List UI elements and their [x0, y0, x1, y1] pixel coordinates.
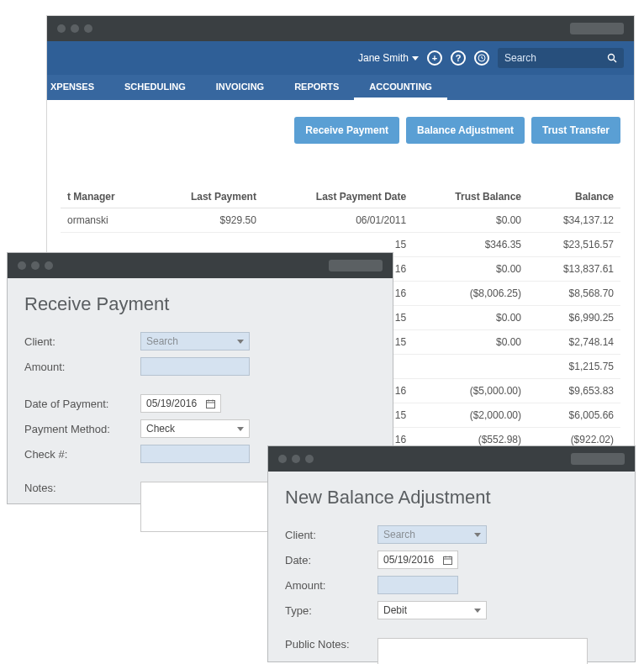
- nav-expenses[interactable]: XPENSES: [47, 75, 109, 100]
- action-buttons: Receive Payment Balance Adjustment Trust…: [61, 117, 620, 144]
- window-titlebar: [47, 16, 634, 41]
- client-placeholder: Search: [383, 529, 415, 540]
- date-value: 05/19/2016: [383, 554, 434, 566]
- public-notes-label: Public Notes:: [285, 638, 369, 651]
- col-balance: Balance: [528, 186, 620, 208]
- window-dot: [71, 24, 79, 33]
- table-row[interactable]: ormanski$929.5006/01/2011$0.00$34,137.12: [61, 208, 620, 233]
- check-number-input[interactable]: [140, 445, 250, 463]
- method-label: Payment Method:: [24, 423, 132, 435]
- window-dot: [57, 24, 66, 33]
- amount-input[interactable]: [140, 357, 250, 376]
- table-cell: $9,653.83: [528, 379, 620, 403]
- table-cell: $0.00: [413, 330, 528, 355]
- clock-icon[interactable]: [474, 50, 489, 66]
- window-dot: [305, 455, 314, 463]
- type-value: Debit: [383, 604, 407, 616]
- method-value: Check: [146, 423, 175, 435]
- help-icon[interactable]: ?: [451, 50, 466, 66]
- date-of-payment-input[interactable]: 05/19/2016: [140, 394, 221, 413]
- svg-point-1: [609, 55, 615, 61]
- window-pill: [571, 453, 625, 465]
- type-label: Type:: [285, 604, 369, 617]
- window-dot: [45, 261, 53, 270]
- nav-scheduling[interactable]: SCHEDULING: [109, 75, 201, 100]
- table-cell: $34,137.12: [528, 208, 620, 233]
- col-manager: t Manager: [61, 186, 149, 208]
- table-header-row: t Manager Last Payment Last Payment Date…: [61, 186, 620, 208]
- balance-dialog-title: New Balance Adjustment: [268, 472, 635, 522]
- nav-reports[interactable]: REPORTS: [279, 75, 354, 100]
- table-cell: 06/01/2011: [263, 208, 413, 233]
- window-dot: [18, 261, 26, 270]
- trust-transfer-button[interactable]: Trust Transfer: [531, 117, 620, 144]
- window-dot: [84, 24, 92, 33]
- public-notes-textarea[interactable]: [377, 638, 588, 664]
- date-label: Date of Payment:: [24, 398, 132, 410]
- table-cell: $0.00: [413, 208, 528, 233]
- receive-dialog-title: Receive Payment: [8, 278, 393, 329]
- table-cell: $6,990.25: [528, 306, 620, 330]
- table-cell: ($5,000.00): [413, 379, 528, 403]
- window-pill: [329, 260, 383, 271]
- svg-rect-7: [444, 556, 452, 564]
- client-select[interactable]: Search: [377, 525, 487, 544]
- chevron-down-icon: [237, 427, 244, 431]
- user-name-label: Jane Smith: [358, 52, 409, 64]
- window-dot: [292, 455, 300, 463]
- table-cell: $8,568.70: [528, 282, 620, 306]
- date-input[interactable]: 05/19/2016: [377, 551, 458, 569]
- table-cell: ($8,006.25): [413, 282, 528, 306]
- nav-invoicing[interactable]: INVOICING: [201, 75, 279, 100]
- window-dot: [31, 261, 40, 270]
- amount-label: Amount:: [24, 361, 132, 373]
- table-cell: $0.00: [413, 257, 528, 282]
- client-select[interactable]: Search: [140, 332, 250, 350]
- search-box[interactable]: [498, 48, 624, 68]
- table-cell: ($2,000.00): [413, 403, 528, 428]
- window-dot: [278, 455, 287, 463]
- calendar-icon: [206, 399, 215, 408]
- table-cell: $929.50: [149, 208, 263, 233]
- col-last-payment-date: Last Payment Date: [263, 186, 413, 208]
- amount-input[interactable]: [377, 576, 458, 594]
- svg-line-2: [614, 60, 616, 62]
- payment-method-select[interactable]: Check: [140, 419, 250, 438]
- window-pill: [570, 23, 624, 34]
- table-cell: $346.35: [413, 233, 528, 257]
- notes-label: Notes:: [24, 482, 132, 494]
- table-cell: [413, 355, 528, 379]
- client-placeholder: Search: [146, 335, 178, 347]
- dialog-titlebar: [8, 253, 393, 278]
- nav-bar: XPENSES SCHEDULING INVOICING REPORTS ACC…: [47, 75, 634, 100]
- plus-icon[interactable]: +: [427, 50, 442, 66]
- date-label: Date:: [285, 554, 369, 567]
- date-value: 05/19/2016: [146, 398, 197, 409]
- col-last-payment: Last Payment: [149, 186, 263, 208]
- col-trust-balance: Trust Balance: [413, 186, 528, 208]
- type-select[interactable]: Debit: [377, 601, 487, 619]
- user-menu[interactable]: Jane Smith: [358, 52, 419, 64]
- chevron-down-icon: [237, 340, 244, 344]
- svg-rect-3: [207, 400, 215, 408]
- search-icon: [607, 53, 617, 63]
- table-cell: ormanski: [61, 208, 149, 233]
- amount-label: Amount:: [285, 579, 369, 592]
- app-header: Jane Smith + ?: [47, 41, 634, 75]
- check-label: Check #:: [24, 448, 132, 461]
- nav-accounting[interactable]: ACCOUNTING: [354, 75, 447, 100]
- calendar-icon: [443, 556, 452, 565]
- chevron-down-icon: [474, 609, 481, 613]
- chevron-down-icon: [474, 533, 481, 537]
- receive-payment-button[interactable]: Receive Payment: [294, 117, 399, 144]
- table-cell: $6,005.66: [528, 403, 620, 428]
- dialog-titlebar: [268, 446, 635, 472]
- search-input[interactable]: [504, 52, 589, 64]
- balance-adjustment-dialog: New Balance Adjustment Client: Search Da…: [267, 445, 636, 662]
- balance-adjustment-button[interactable]: Balance Adjustment: [406, 117, 525, 144]
- table-cell: $2,748.14: [528, 330, 620, 355]
- table-cell: $13,837.61: [528, 257, 620, 282]
- client-label: Client:: [24, 335, 132, 348]
- table-cell: $23,516.57: [528, 233, 620, 257]
- table-cell: $1,215.75: [528, 355, 620, 379]
